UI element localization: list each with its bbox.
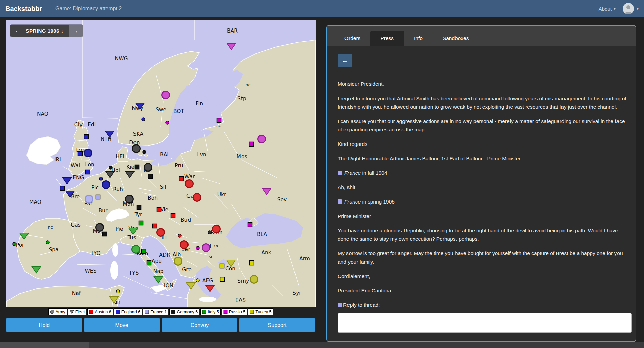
back-arrow-icon: ← bbox=[342, 57, 348, 64]
side-panel: OrdersPressInfoSandboxes ← Monsieur Pres… bbox=[326, 25, 636, 342]
coast-label-nc: nc bbox=[48, 225, 53, 230]
austria-army-unit[interactable] bbox=[180, 241, 188, 249]
england-supply-center[interactable] bbox=[99, 177, 103, 180]
move-button[interactable]: Move bbox=[84, 318, 160, 332]
diplomacy-map[interactable]: BARNWGNAONTHSKAHELBALBOTENGIRIMAOLYOWEST… bbox=[6, 20, 316, 307]
square-icon bbox=[145, 310, 149, 314]
triangle-icon bbox=[70, 310, 74, 314]
horizontal-scrollbar[interactable] bbox=[0, 342, 644, 348]
turkey-supply-center[interactable] bbox=[220, 277, 225, 282]
england-supply-center[interactable] bbox=[86, 170, 90, 174]
austria-supply-center[interactable] bbox=[178, 234, 181, 237]
square-icon bbox=[202, 310, 206, 314]
germany-army-unit[interactable] bbox=[144, 164, 152, 171]
message-text: Ah, shit bbox=[338, 183, 630, 191]
about-menu[interactable]: About ▾ bbox=[599, 6, 616, 12]
reply-textarea[interactable] bbox=[338, 313, 632, 333]
legend-label: Army bbox=[56, 310, 65, 314]
italy-supply-center[interactable] bbox=[142, 249, 146, 254]
italy-supply-center[interactable] bbox=[46, 241, 49, 244]
germany-army-unit[interactable] bbox=[96, 224, 104, 231]
austria-supply-center[interactable] bbox=[179, 177, 184, 181]
main-area: BARNWGNAONTHSKAHELBALBOTENGIRIMAOLYOWEST… bbox=[0, 17, 644, 348]
austria-army-unit[interactable] bbox=[213, 225, 220, 233]
russia-army-unit[interactable] bbox=[162, 91, 170, 99]
austria-army-unit[interactable] bbox=[193, 194, 201, 201]
turkey-supply-center[interactable] bbox=[196, 279, 199, 282]
england-supply-center[interactable] bbox=[78, 152, 83, 156]
italy-supply-center[interactable] bbox=[139, 221, 143, 225]
austria-supply-center[interactable] bbox=[157, 208, 161, 212]
austria-supply-center[interactable] bbox=[153, 224, 157, 228]
russia-supply-center[interactable] bbox=[166, 121, 169, 124]
convoy-button[interactable]: Convoy bbox=[162, 318, 238, 332]
square-icon bbox=[223, 310, 228, 314]
map-canvas[interactable]: BARNWGNAONTHSKAHELBALBOTENGIRIMAOLYOWEST… bbox=[6, 20, 316, 307]
russia-supply-center[interactable] bbox=[248, 223, 252, 227]
back-button[interactable]: ← bbox=[338, 54, 352, 67]
sea-label-aeg: AEG bbox=[202, 278, 213, 284]
england-supply-center[interactable] bbox=[60, 186, 65, 191]
tab-sandboxes[interactable]: Sandboxes bbox=[433, 31, 479, 46]
legend-item: England 6 bbox=[114, 308, 142, 315]
message-text: Président Eric Cantona bbox=[338, 286, 630, 295]
england-supply-center[interactable] bbox=[84, 135, 89, 139]
tab-press[interactable]: Press bbox=[370, 31, 404, 46]
france-army-unit[interactable] bbox=[85, 195, 93, 203]
turkey-supply-center[interactable] bbox=[116, 290, 120, 293]
thread-season: in fall 1904 bbox=[361, 170, 387, 176]
turkey-army-unit[interactable] bbox=[250, 276, 258, 283]
germany-supply-center[interactable] bbox=[109, 166, 112, 169]
germany-supply-center[interactable] bbox=[137, 205, 141, 210]
russia-supply-center[interactable] bbox=[249, 142, 254, 147]
turkey-army-unit[interactable] bbox=[174, 257, 182, 265]
province-label-fin: Fin bbox=[196, 101, 203, 107]
season-selector[interactable]: ← SPRING 1906 ↓ bbox=[10, 25, 69, 37]
austria-army-unit[interactable] bbox=[185, 180, 193, 188]
prev-turn-icon[interactable]: ← bbox=[15, 27, 21, 34]
province-label-nap: Nap bbox=[153, 268, 164, 274]
legend-label: Russia 5 bbox=[229, 310, 246, 314]
province-label-pru: Pru bbox=[175, 163, 183, 169]
hold-button[interactable]: Hold bbox=[6, 318, 82, 332]
england-army-unit[interactable] bbox=[84, 149, 92, 157]
horizontal-scrollbar-thumb[interactable] bbox=[0, 342, 89, 348]
austria-army-unit[interactable] bbox=[157, 229, 165, 236]
russia-supply-center[interactable] bbox=[217, 118, 221, 123]
tab-orders[interactable]: Orders bbox=[334, 31, 370, 46]
germany-army-unit[interactable] bbox=[132, 145, 140, 153]
germany-supply-center[interactable] bbox=[135, 165, 139, 169]
user-menu[interactable]: ▾ bbox=[623, 3, 639, 14]
italy-army-unit[interactable] bbox=[132, 246, 140, 253]
province-label-tyr: Tyr bbox=[134, 212, 142, 218]
russia-army-unit[interactable] bbox=[202, 244, 210, 252]
austria-supply-center[interactable] bbox=[171, 214, 175, 218]
germany-supply-center[interactable] bbox=[143, 150, 146, 154]
tab-info[interactable]: Info bbox=[404, 31, 433, 46]
germany-supply-center[interactable] bbox=[103, 232, 107, 236]
italy-supply-center[interactable] bbox=[13, 242, 16, 246]
england-army-unit[interactable] bbox=[102, 181, 110, 189]
square-icon bbox=[89, 310, 93, 314]
turkey-supply-center[interactable] bbox=[220, 264, 224, 268]
neutral-supply-center[interactable] bbox=[208, 231, 211, 234]
russia-supply-center[interactable] bbox=[196, 246, 199, 250]
russia-army-unit[interactable] bbox=[258, 135, 266, 143]
province-label-gas: Gas bbox=[71, 222, 81, 228]
france-supply-center[interactable] bbox=[96, 195, 100, 199]
germany-army-unit[interactable] bbox=[126, 195, 133, 203]
italy-supply-center[interactable] bbox=[147, 261, 151, 265]
germany-supply-center[interactable] bbox=[148, 174, 153, 179]
sea-label-eng: ENG bbox=[73, 175, 84, 181]
england-supply-center[interactable] bbox=[142, 118, 145, 121]
legend-item: Russia 5 bbox=[222, 308, 247, 315]
support-button[interactable]: Support bbox=[239, 318, 315, 332]
turkey-supply-center[interactable] bbox=[250, 261, 254, 265]
app-brand[interactable]: Backstabbr bbox=[5, 5, 42, 13]
province-label-bud: Bud bbox=[181, 217, 191, 223]
order-buttons: HoldMoveConvoySupport bbox=[6, 318, 315, 332]
coast-label-nc: nc bbox=[245, 82, 250, 88]
province-label-vie: Vie bbox=[160, 207, 168, 213]
map-legend: ArmyFleetAustria 6England 6France 1Germa… bbox=[6, 308, 315, 315]
next-turn-button[interactable]: → bbox=[69, 25, 83, 37]
